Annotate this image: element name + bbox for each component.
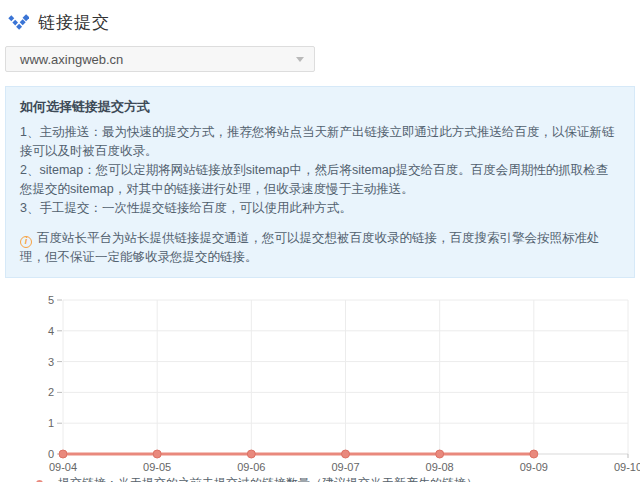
svg-text:09-06: 09-06 <box>237 461 265 472</box>
svg-text:09-05: 09-05 <box>143 461 171 472</box>
help-panel-title: 如何选择链接提交方式 <box>20 98 620 116</box>
svg-text:0: 0 <box>48 448 54 460</box>
svg-text:09-09: 09-09 <box>520 461 548 472</box>
help-note-text: 百度站长平台为站长提供链接提交通道，您可以提交想被百度收录的链接，百度搜索引擎会… <box>20 231 600 264</box>
submission-chart-area: 01234509-0409-0509-0609-0709-0809-0909-1… <box>0 292 640 472</box>
svg-text:2: 2 <box>48 386 54 398</box>
svg-text:1: 1 <box>48 417 54 429</box>
submission-chart: 01234509-0409-0509-0609-0709-0809-0909-1… <box>0 292 640 472</box>
chevron-down-icon <box>296 57 304 62</box>
site-selector[interactable]: www.axingweb.cn <box>5 46 315 72</box>
info-circle-icon: i <box>20 236 32 248</box>
help-item-active-push: 1、主动推送：最为快速的提交方式，推荐您将站点当天新产出链接立即通过此方式推送给… <box>20 123 620 161</box>
dotted-check-icon <box>8 14 29 31</box>
submission-help-panel: 如何选择链接提交方式 1、主动推送：最为快速的提交方式，推荐您将站点当天新产出链… <box>5 86 635 278</box>
link-submission-page: 链接提交 www.axingweb.cn 如何选择链接提交方式 1、主动推送：最… <box>0 0 640 482</box>
help-note: i百度站长平台为站长提供链接提交通道，您可以提交想被百度收录的链接，百度搜索引擎… <box>20 229 620 267</box>
svg-text:09-10: 09-10 <box>614 461 640 472</box>
site-selector-value: www.axingweb.cn <box>20 52 123 67</box>
svg-text:5: 5 <box>48 294 54 306</box>
legend-label: 提交链接：当天提交的之前未提交过的链接数量（建议提交当天新产生的链接） <box>58 475 478 482</box>
chart-legend: 提交链接：当天提交的之前未提交过的链接数量（建议提交当天新产生的链接） 抓取链接… <box>28 474 640 482</box>
page-title: 链接提交 <box>38 11 110 34</box>
svg-text:09-04: 09-04 <box>49 461 77 472</box>
svg-text:4: 4 <box>48 325 54 337</box>
svg-text:09-07: 09-07 <box>331 461 359 472</box>
help-item-sitemap: 2、sitemap：您可以定期将网站链接放到sitemap中，然后将sitema… <box>20 161 620 199</box>
svg-text:09-08: 09-08 <box>426 461 454 472</box>
svg-text:3: 3 <box>48 356 54 368</box>
help-item-manual: 3、手工提交：一次性提交链接给百度，可以使用此种方式。 <box>20 199 620 218</box>
legend-item-submitted-links[interactable]: 提交链接：当天提交的之前未提交过的链接数量（建议提交当天新产生的链接） <box>28 474 640 482</box>
page-header: 链接提交 <box>0 0 640 34</box>
